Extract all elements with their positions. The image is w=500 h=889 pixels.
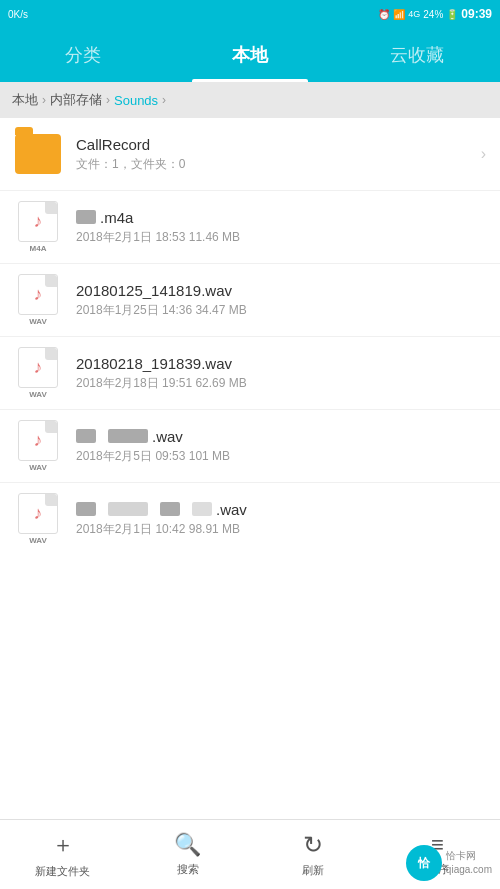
wifi-icon: 📶 [393, 9, 405, 20]
folder-name: CallRecord [76, 136, 481, 153]
network-speed: 0K/s [8, 9, 28, 20]
new-folder-button[interactable]: ＋ 新建文件夹 [0, 830, 125, 879]
list-item[interactable]: ♪ WAV 20180125_141819.wav 2018年1月25日 14:… [0, 264, 500, 337]
file-info-m4a: .m4a 2018年2月1日 18:53 11.46 MB [76, 209, 486, 246]
plus-icon: ＋ [52, 830, 74, 860]
refresh-button[interactable]: ↻ 刷新 [250, 831, 375, 878]
file-info-wav2: 20180218_191839.wav 2018年2月18日 19:51 62.… [76, 355, 486, 392]
file-name-wav1: 20180125_141819.wav [76, 282, 486, 299]
list-item[interactable]: ♪ WAV .wav 2018年2月1日 10:42 98.91 MB [0, 483, 500, 555]
tab-bar: 分类 本地 云收藏 [0, 28, 500, 82]
audio-paper-icon: ♪ [18, 274, 58, 315]
watermark-site: 恰卡网qiaga.com [446, 849, 492, 877]
audio-icon-wav1: ♪ WAV [14, 274, 62, 326]
file-meta-wav1: 2018年1月25日 14:36 34.47 MB [76, 302, 486, 319]
file-ext-wav3: .wav [152, 428, 183, 445]
breadcrumb-internal[interactable]: 内部存储 [50, 91, 102, 109]
file-info-wav4: .wav 2018年2月1日 10:42 98.91 MB [76, 501, 486, 538]
blurred-name-part-c [160, 502, 180, 516]
audio-icon-m4a: ♪ M4A [14, 201, 62, 253]
watermark-logo-text: 恰 [418, 855, 430, 872]
watermark: 恰 恰卡网qiaga.com [406, 845, 492, 881]
status-icons: ⏰ 📶 4G 24% 🔋 09:39 [378, 7, 492, 21]
music-note-icon: ♪ [34, 284, 43, 305]
breadcrumb: 本地 › 内部存储 › Sounds › [0, 82, 500, 118]
file-name-wav3: .wav [76, 428, 486, 445]
music-note-icon: ♪ [34, 430, 43, 451]
folder-icon [15, 134, 61, 174]
audio-paper-icon: ♪ [18, 201, 58, 242]
file-info-wav1: 20180125_141819.wav 2018年1月25日 14:36 34.… [76, 282, 486, 319]
folder-info: CallRecord 文件：1，文件夹：0 [76, 136, 481, 173]
music-note-icon: ♪ [34, 503, 43, 524]
file-name-wav4: .wav [76, 501, 486, 518]
status-bar: 0K/s ⏰ 📶 4G 24% 🔋 09:39 [0, 0, 500, 28]
file-name-m4a: .m4a [76, 209, 486, 226]
file-ext-m4a: .m4a [100, 209, 133, 226]
file-meta-wav3: 2018年2月5日 09:53 101 MB [76, 448, 486, 465]
list-item[interactable]: ♪ WAV .wav 2018年2月5日 09:53 101 MB [0, 410, 500, 483]
breadcrumb-sounds[interactable]: Sounds [114, 93, 158, 108]
blurred-name-part-d [192, 502, 212, 516]
audio-icon-wav2: ♪ WAV [14, 347, 62, 399]
breadcrumb-local[interactable]: 本地 [12, 91, 38, 109]
file-info-wav3: .wav 2018年2月5日 09:53 101 MB [76, 428, 486, 465]
file-meta-wav2: 2018年2月18日 19:51 62.69 MB [76, 375, 486, 392]
music-note-icon: ♪ [34, 211, 43, 232]
list-item[interactable]: ♪ WAV 20180218_191839.wav 2018年2月18日 19:… [0, 337, 500, 410]
blurred-name-part-b [108, 502, 148, 516]
blurred-name-part-a [76, 502, 96, 516]
audio-icon-wav3: ♪ WAV [14, 420, 62, 472]
list-item[interactable]: CallRecord 文件：1，文件夹：0 › [0, 118, 500, 191]
audio-paper-icon: ♪ [18, 493, 58, 534]
search-icon: 🔍 [174, 832, 201, 858]
file-list: CallRecord 文件：1，文件夹：0 › ♪ M4A .m4a 2018年… [0, 118, 500, 819]
blurred-name-part [76, 210, 96, 224]
file-meta-m4a: 2018年2月1日 18:53 11.46 MB [76, 229, 486, 246]
file-meta-wav4: 2018年2月1日 10:42 98.91 MB [76, 521, 486, 538]
signal-icon: 4G [408, 9, 420, 19]
folder-icon-wrap [14, 128, 62, 180]
watermark-logo: 恰 [406, 845, 442, 881]
breadcrumb-sep-3: › [162, 93, 166, 107]
tab-cloud[interactable]: 云收藏 [333, 28, 500, 82]
file-ext-wav4: .wav [216, 501, 247, 518]
clock-icon: ⏰ [378, 9, 390, 20]
chevron-right-icon: › [481, 145, 486, 163]
search-button[interactable]: 🔍 搜索 [125, 832, 250, 877]
time-display: 09:39 [461, 7, 492, 21]
blurred-name-part-2 [108, 429, 148, 443]
blurred-name-part-1 [76, 429, 96, 443]
file-name-wav2: 20180218_191839.wav [76, 355, 486, 372]
new-folder-label: 新建文件夹 [35, 864, 90, 879]
status-speed: 0K/s [8, 9, 374, 20]
breadcrumb-sep-2: › [106, 93, 110, 107]
refresh-label: 刷新 [302, 863, 324, 878]
audio-paper-icon: ♪ [18, 420, 58, 461]
battery-level: 24% [423, 9, 443, 20]
music-note-icon: ♪ [34, 357, 43, 378]
bottom-bar: ＋ 新建文件夹 🔍 搜索 ↻ 刷新 ≡ 排序 恰 恰卡网qiaga.com [0, 819, 500, 889]
tab-local[interactable]: 本地 [167, 28, 334, 82]
list-item[interactable]: ♪ M4A .m4a 2018年2月1日 18:53 11.46 MB [0, 191, 500, 264]
breadcrumb-sep-1: › [42, 93, 46, 107]
tab-category[interactable]: 分类 [0, 28, 167, 82]
audio-icon-wav4: ♪ WAV [14, 493, 62, 545]
audio-paper-icon: ♪ [18, 347, 58, 388]
folder-meta: 文件：1，文件夹：0 [76, 156, 481, 173]
refresh-icon: ↻ [303, 831, 323, 859]
battery-icon: 🔋 [446, 9, 458, 20]
search-label: 搜索 [177, 862, 199, 877]
